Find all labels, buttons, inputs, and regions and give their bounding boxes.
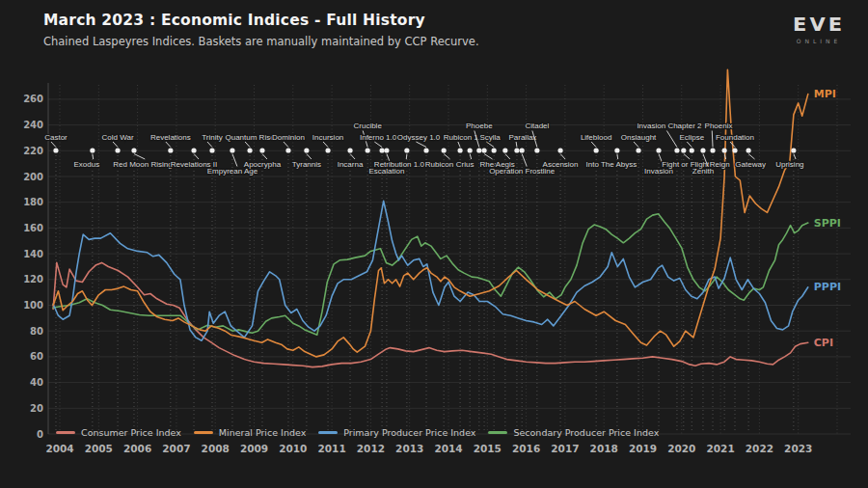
legend-label-cpi: Consumer Price Index xyxy=(81,427,181,438)
annotation-dot xyxy=(502,148,507,152)
annotation-dot xyxy=(304,148,309,152)
x-axis-tick-label: 2018 xyxy=(590,443,618,454)
annotation-dot xyxy=(468,148,473,152)
y-axis-tick-label: 0 xyxy=(37,429,43,440)
annotation-connector xyxy=(470,154,472,160)
x-axis-tick-label: 2020 xyxy=(667,443,695,454)
annotation-connector xyxy=(591,142,596,148)
legend-swatch-cpi xyxy=(56,431,75,434)
annotation-dot xyxy=(247,148,252,152)
annotation-connector xyxy=(458,142,460,148)
annotation-label: Eclipse xyxy=(679,133,704,142)
annotation-dot xyxy=(791,148,796,152)
annotation-dot xyxy=(131,148,136,152)
x-axis-tick-label: 2013 xyxy=(395,443,423,454)
annotation-label: Incarna xyxy=(338,160,364,169)
annotation-dot xyxy=(746,148,751,152)
y-axis-tick-label: 20 xyxy=(30,403,43,414)
annotation-label: Invasion Chapter 2 xyxy=(637,122,702,130)
annotation-dot xyxy=(690,148,694,152)
annotation-dot xyxy=(230,148,234,152)
annotation-connector xyxy=(262,154,267,160)
annotation-connector xyxy=(307,154,312,160)
annotation-label: Ascension xyxy=(543,160,579,169)
annotation-dot xyxy=(656,148,661,152)
annotation-label: Incursion xyxy=(312,133,343,142)
annotation-connector xyxy=(323,142,328,148)
annotation-connector xyxy=(245,142,250,148)
series-tag-cpi: CPI xyxy=(814,337,833,349)
legend-item-pppi: Primary Producer Price Index xyxy=(318,427,475,438)
annotation-dot xyxy=(492,148,497,152)
annotation-dot xyxy=(514,148,519,152)
annotation-label: Tyrannis xyxy=(292,160,321,169)
annotation-dot xyxy=(732,148,737,152)
legend-swatch-sppi xyxy=(488,431,507,434)
x-axis-tick-label: 2016 xyxy=(512,443,540,454)
annotation-dot xyxy=(115,148,120,152)
x-axis-tick-label: 2015 xyxy=(474,443,502,454)
annotation-dot xyxy=(442,148,447,152)
annotation-dot xyxy=(700,148,705,152)
mer-indices-chart-page: 0204060801001201401601802002202402602004… xyxy=(0,0,868,488)
annotation-dot xyxy=(423,148,428,152)
annotation-label: Phoebe xyxy=(466,122,493,130)
annotation-connector xyxy=(516,142,517,148)
annotation-dot xyxy=(285,148,290,152)
x-axis-tick-label: 2014 xyxy=(434,443,462,454)
annotation-dot xyxy=(90,148,95,152)
eve-logo-text: EVE xyxy=(793,16,845,35)
annotation-label: Reign xyxy=(710,160,730,169)
annotation-label: Retribution 1.0 xyxy=(374,160,425,169)
annotation-label: Gateway xyxy=(735,160,766,169)
annotation-dot xyxy=(476,148,481,152)
legend-swatch-pppi xyxy=(318,431,338,434)
annotation-label: Revelations xyxy=(150,133,191,142)
annotation-connector xyxy=(560,154,565,160)
legend-item-mpi: Mineral Price Index xyxy=(194,427,306,438)
annotation-label: Crius xyxy=(456,160,475,169)
page-title: March 2023 : Economic Indices - Full His… xyxy=(43,12,479,29)
annotation-connector xyxy=(712,131,713,148)
annotation-dot xyxy=(191,148,196,152)
series-tag-pppi: PPPI xyxy=(814,281,841,293)
annotation-dot xyxy=(674,148,679,152)
series-tag-mpi: MPI xyxy=(814,88,836,100)
legend-item-sppi: Secondary Producer Price Index xyxy=(488,427,659,438)
x-axis-tick-label: 2012 xyxy=(357,443,385,454)
annotation-label: Lifeblood xyxy=(581,133,611,142)
x-axis-tick-label: 2017 xyxy=(551,443,579,454)
annotation-label: Scylla xyxy=(479,133,501,142)
legend-item-cpi: Consumer Price Index xyxy=(56,427,181,438)
annotation-connector xyxy=(505,154,510,160)
annotation-dot xyxy=(53,148,58,152)
x-axis-tick-label: 2022 xyxy=(746,443,773,454)
y-axis-tick-label: 80 xyxy=(30,326,43,337)
y-axis-tick-label: 60 xyxy=(30,351,43,362)
chart-header: March 2023 : Economic Indices - Full His… xyxy=(43,12,479,48)
x-axis-tick-label: 2004 xyxy=(45,443,73,454)
x-axis-tick-label: 2007 xyxy=(162,443,190,454)
annotation-connector xyxy=(134,154,145,160)
annotation-connector xyxy=(284,142,288,148)
annotation-label: Red Moon Rising xyxy=(113,160,172,169)
annotation-dot xyxy=(384,148,389,152)
annotation-connector xyxy=(687,142,692,148)
x-axis-tick-label: 2008 xyxy=(202,443,230,454)
annotation-connector xyxy=(350,154,355,160)
x-axis-tick-label: 2005 xyxy=(85,443,113,454)
annotation-layer: CastorExodusCold WarRed Moon RisingRevel… xyxy=(44,122,803,176)
y-axis-tick-label: 180 xyxy=(23,197,43,207)
annotation-connector xyxy=(416,142,426,148)
x-axis-tick-label: 2023 xyxy=(784,443,812,454)
annotation-connector xyxy=(232,154,237,167)
annotation-dot xyxy=(594,148,599,152)
annotation-label: Parallax xyxy=(508,133,536,142)
annotation-dot xyxy=(681,148,686,152)
annotation-dot xyxy=(379,148,384,152)
annotation-label: Inferno 1.0 xyxy=(360,133,397,142)
annotation-dot xyxy=(366,148,370,152)
page-subtitle: Chained Laspeyres Indices. Baskets are m… xyxy=(43,35,479,48)
annotation-dot xyxy=(325,148,330,152)
annotation-dot xyxy=(209,148,214,152)
